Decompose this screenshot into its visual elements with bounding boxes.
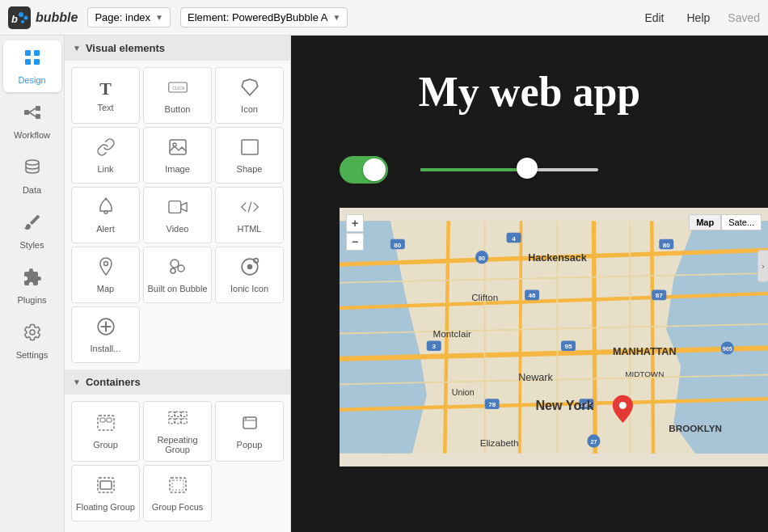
svg-line-24: [248, 202, 251, 212]
svg-rect-42: [175, 419, 180, 424]
element-popup[interactable]: Popup: [215, 401, 284, 462]
svg-rect-20: [242, 140, 258, 154]
svg-rect-8: [34, 59, 40, 65]
help-button[interactable]: Help: [682, 8, 715, 27]
alert-icon: [96, 197, 116, 221]
svg-point-28: [171, 268, 175, 273]
svg-rect-38: [168, 412, 174, 416]
element-text[interactable]: T Text: [71, 67, 140, 124]
slider-track: [420, 168, 598, 171]
sidebar-item-data[interactable]: Data: [3, 150, 61, 202]
element-video[interactable]: Video: [143, 187, 212, 243]
styles-icon: [23, 213, 42, 237]
element-shape[interactable]: Shape: [215, 127, 284, 184]
element-groupfocus[interactable]: Group Focus: [143, 465, 212, 521]
svg-rect-37: [107, 418, 112, 422]
element-repeatinggroup-label: Repeating Group: [147, 435, 208, 454]
svg-rect-5: [25, 50, 31, 56]
svg-rect-6: [34, 50, 40, 56]
map-svg: 80 4 46 95 3 78 280 87 80 80 H: [340, 208, 768, 467]
edit-button[interactable]: Edit: [639, 8, 669, 27]
sidebar-item-styles[interactable]: Styles: [3, 205, 61, 257]
settings-icon: [23, 323, 42, 347]
button-icon: CLICK: [168, 78, 188, 101]
element-popup-label: Popup: [237, 440, 263, 450]
element-groupfocus-label: Group Focus: [152, 502, 204, 512]
element-map[interactable]: Map: [71, 247, 140, 303]
svg-point-26: [171, 260, 179, 268]
svg-point-2: [19, 12, 23, 17]
svg-text:Union: Union: [452, 387, 475, 397]
element-icon[interactable]: Icon: [215, 67, 284, 124]
element-image[interactable]: Image: [143, 127, 212, 184]
slider-element[interactable]: [420, 167, 598, 172]
sidebar-item-workflow-label: Workflow: [14, 130, 50, 140]
sidebar-item-plugins[interactable]: Plugins: [3, 260, 61, 312]
sidebar-item-styles-label: Styles: [20, 240, 44, 250]
element-video-label: Video: [167, 224, 189, 234]
element-group[interactable]: Group: [71, 401, 140, 462]
svg-rect-35: [98, 416, 114, 430]
element-ionicicon[interactable]: Ionic Icon: [215, 247, 284, 303]
popup-icon: [240, 413, 260, 437]
element-map-label: Map: [97, 284, 114, 293]
visual-elements-label: Visual elements: [86, 42, 165, 54]
svg-line-13: [29, 112, 36, 116]
containers-header[interactable]: ▼ Containers: [65, 369, 290, 395]
svg-text:Montclair: Montclair: [433, 328, 471, 339]
svg-point-14: [26, 160, 39, 165]
image-icon: [168, 137, 188, 161]
map-zoom-out-button[interactable]: −: [346, 233, 364, 251]
svg-rect-18: [170, 140, 186, 154]
element-selector[interactable]: Element: PoweredByBubble A ▼: [180, 7, 348, 27]
text-icon: T: [99, 78, 112, 99]
svg-point-15: [30, 330, 35, 335]
canvas-area: My web app: [291, 36, 768, 532]
repeatinggroup-icon: [168, 408, 188, 432]
element-builtonbubble[interactable]: Built on Bubble: [143, 247, 212, 303]
canvas-header: My web app: [291, 36, 768, 132]
element-alert[interactable]: Alert: [71, 187, 140, 243]
element-install-label: Install...: [91, 344, 121, 353]
map-type-satellite-button[interactable]: Sate...: [721, 214, 762, 230]
element-repeatinggroup[interactable]: Repeating Group: [143, 401, 212, 462]
svg-text:Clifton: Clifton: [471, 292, 498, 302]
svg-rect-41: [168, 419, 174, 424]
map-element[interactable]: 80 4 46 95 3 78 280 87 80 80 H: [340, 208, 768, 467]
visual-elements-header[interactable]: ▼ Visual elements: [65, 36, 290, 61]
element-button[interactable]: CLICK Button: [143, 67, 212, 124]
sidebar-item-settings[interactable]: Settings: [3, 315, 61, 367]
canvas-title: My web app: [307, 68, 752, 116]
sidebar-item-design[interactable]: Design: [3, 40, 61, 92]
element-floatinggroup[interactable]: Floating Group: [71, 465, 140, 521]
page-selector[interactable]: Page: index ▼: [87, 7, 171, 27]
element-selector-label: Element: PoweredByBubble A: [188, 11, 327, 23]
svg-text:27: 27: [590, 439, 597, 445]
floatinggroup-icon: [96, 475, 116, 499]
map-zoom-in-button[interactable]: +: [346, 214, 364, 232]
topbar: b bubble Page: index ▼ Element: PoweredB…: [0, 0, 768, 36]
saved-status: Saved: [728, 11, 760, 24]
containers-arrow: ▼: [73, 378, 81, 386]
svg-text:80: 80: [479, 255, 485, 262]
element-install[interactable]: Install...: [71, 306, 140, 363]
sidebar-item-workflow[interactable]: Workflow: [3, 95, 61, 147]
element-html[interactable]: HTML: [215, 187, 284, 243]
element-ionicicon-label: Ionic Icon: [230, 284, 268, 293]
map-icon: [96, 257, 116, 281]
toggle-element[interactable]: [340, 156, 388, 184]
element-alert-label: Alert: [96, 224, 115, 234]
groupfocus-icon: [168, 475, 188, 499]
icon-sidebar: Design Workflow: [0, 36, 65, 532]
sidebar-item-design-label: Design: [18, 75, 45, 85]
map-type-map-button[interactable]: Map: [689, 214, 721, 230]
svg-point-27: [178, 265, 184, 272]
containers-label: Containers: [86, 376, 141, 388]
svg-text:BROOKLYN: BROOKLYN: [669, 423, 722, 433]
svg-point-46: [245, 418, 247, 420]
element-link[interactable]: Link: [71, 127, 140, 184]
ionicicon-icon: [240, 257, 260, 281]
builtonbubble-icon: [168, 257, 188, 281]
svg-text:New York: New York: [535, 398, 593, 412]
svg-rect-43: [181, 419, 187, 424]
